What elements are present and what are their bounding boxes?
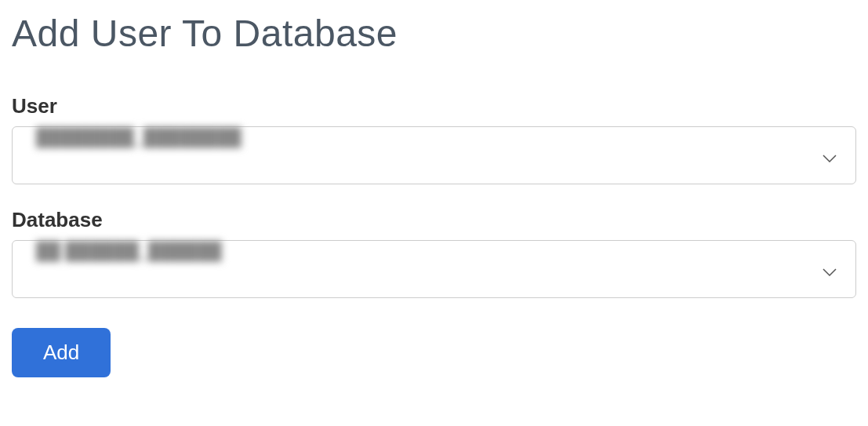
user-label: User [12,94,856,118]
database-selected-value: ██ ██████_██████ [36,241,222,260]
add-button[interactable]: Add [12,328,111,377]
database-form-group: Database ██ ██████_██████ [12,208,856,298]
database-select[interactable]: ██ ██████_██████ [12,240,856,298]
user-form-group: User ████████_████████ [12,94,856,184]
user-select[interactable]: ████████_████████ [12,126,856,184]
database-select-wrapper: ██ ██████_██████ [12,240,856,298]
database-label: Database [12,208,856,232]
page-title: Add User To Database [12,12,856,55]
user-selected-value: ████████_████████ [36,127,242,147]
user-select-wrapper: ████████_████████ [12,126,856,184]
